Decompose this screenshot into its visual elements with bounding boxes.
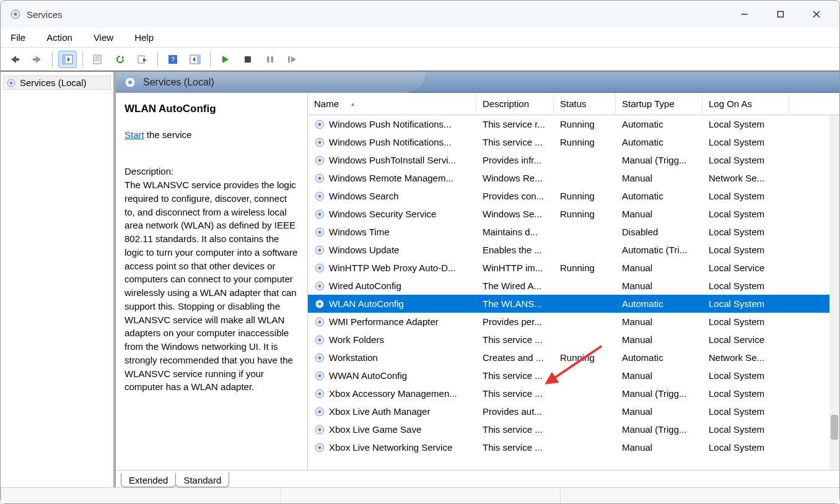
svg-point-42	[318, 176, 322, 180]
cell-name: Windows Security Service	[308, 209, 476, 220]
svg-point-72	[318, 446, 322, 449]
column-name[interactable]: Name	[308, 93, 476, 115]
cell-logon: Local Service	[702, 334, 789, 345]
cell-logon: Local System	[702, 406, 789, 417]
cell-name: Wired AutoConfig	[308, 280, 476, 292]
tree-node-services-local[interactable]: Services (Local)	[3, 76, 111, 90]
list-body[interactable]: Windows Push Notifications...This servic…	[308, 115, 839, 470]
show-hide-action-pane-button[interactable]	[186, 51, 204, 68]
start-service-button[interactable]	[216, 51, 235, 68]
menu-action[interactable]: Action	[43, 31, 76, 44]
menu-view[interactable]: View	[90, 31, 117, 44]
refresh-button[interactable]	[111, 51, 129, 68]
cell-name: Windows Push Notifications...	[308, 137, 476, 148]
pane-header: Services (Local)	[116, 72, 839, 93]
menu-file[interactable]: File	[7, 31, 29, 44]
service-row[interactable]: Xbox Live Networking ServiceThis service…	[308, 438, 839, 456]
maximize-button[interactable]	[763, 2, 798, 27]
tab-extended[interactable]: Extended	[121, 473, 176, 487]
tree-node-label: Services (Local)	[20, 77, 87, 88]
service-row[interactable]: Windows UpdateEnables the ...Automatic (…	[308, 241, 839, 259]
export-button[interactable]	[133, 51, 152, 68]
service-row[interactable]: Windows Remote Managem...Windows Re...Ma…	[308, 169, 839, 187]
cell-name: Windows Remote Managem...	[308, 173, 476, 184]
column-status[interactable]: Status	[554, 93, 616, 115]
service-row[interactable]: Wired AutoConfigThe Wired A...ManualLoca…	[308, 277, 839, 295]
cell-logon: Local System	[702, 155, 789, 165]
service-row[interactable]: WMI Performance AdapterProvides per...Ma…	[308, 313, 839, 331]
gear-icon	[314, 334, 325, 345]
console-tree[interactable]: Services (Local)	[1, 72, 116, 487]
svg-rect-29	[288, 56, 290, 63]
services-list[interactable]: Name Description Status Startup Type Log…	[308, 93, 839, 470]
svg-rect-23	[197, 55, 200, 64]
cell-startup: Manual	[616, 406, 702, 417]
cell-logon: Local System	[702, 316, 789, 327]
stop-service-button[interactable]	[238, 51, 257, 68]
cell-name: Workstation	[308, 352, 476, 363]
service-row[interactable]: WinHTTP Web Proxy Auto-D...WinHTTP im...…	[308, 259, 839, 277]
close-button[interactable]	[798, 2, 834, 27]
column-log-on-as[interactable]: Log On As	[702, 93, 789, 115]
menu-help[interactable]: Help	[131, 31, 157, 44]
cell-logon: Network Se...	[702, 352, 789, 363]
service-row[interactable]: Windows PushToInstall Servi...Provides i…	[308, 151, 839, 169]
pause-service-button[interactable]	[261, 51, 279, 68]
svg-point-36	[318, 123, 322, 126]
service-row[interactable]: WWAN AutoConfigThis service ...ManualLoc…	[308, 367, 839, 385]
svg-rect-13	[94, 55, 101, 64]
cell-description: The Wired A...	[476, 280, 554, 291]
cell-name: Work Folders	[308, 334, 476, 345]
column-description[interactable]: Description	[476, 93, 554, 115]
svg-point-68	[318, 410, 322, 413]
details-pane-container: Services (Local) WLAN AutoConfig Start t…	[116, 72, 839, 487]
properties-button[interactable]	[89, 51, 107, 68]
selected-service-name: WLAN AutoConfig	[125, 102, 299, 117]
tab-standard[interactable]: Standard	[175, 473, 229, 487]
cell-description: This service ...	[476, 334, 554, 345]
service-row[interactable]: Windows Security ServiceWindows Se...Run…	[308, 205, 839, 223]
list-header: Name Description Status Startup Type Log…	[308, 93, 839, 115]
scrollbar-thumb[interactable]	[831, 415, 838, 440]
svg-point-40	[318, 159, 322, 162]
cell-startup: Automatic	[616, 137, 702, 147]
start-service-link[interactable]: Start	[125, 129, 144, 140]
svg-point-46	[318, 212, 322, 215]
help-button[interactable]: ?	[164, 51, 182, 68]
service-row[interactable]: WorkstationCreates and ...RunningAutomat…	[308, 349, 839, 367]
svg-marker-8	[36, 56, 41, 63]
forward-button[interactable]	[28, 51, 46, 68]
svg-marker-17	[122, 56, 124, 59]
svg-point-50	[318, 248, 322, 251]
gear-icon	[314, 155, 325, 166]
svg-point-60	[318, 338, 322, 341]
cell-startup: Manual	[616, 173, 702, 183]
cell-logon: Local System	[702, 298, 789, 309]
column-startup-type[interactable]: Startup Type	[616, 93, 702, 115]
service-row[interactable]: Xbox Live Auth ManagerProvides aut...Man…	[308, 402, 839, 420]
titlebar[interactable]: Services	[1, 1, 839, 28]
cell-logon: Network Se...	[702, 173, 789, 183]
restart-service-button[interactable]	[283, 51, 302, 68]
service-row[interactable]: Windows Push Notifications...This servic…	[308, 133, 839, 151]
service-row[interactable]: Xbox Accessory Managemen...This service …	[308, 385, 839, 402]
svg-rect-11	[63, 55, 66, 64]
service-row[interactable]: Windows SearchProvides con...RunningAuto…	[308, 187, 839, 205]
cell-description: Enables the ...	[476, 245, 554, 255]
action-suffix: the service	[144, 129, 192, 140]
service-row[interactable]: Windows TimeMaintains d...DisabledLocal …	[308, 223, 839, 241]
cell-startup: Manual (Trigg...	[616, 388, 702, 399]
cell-logon: Local System	[702, 137, 789, 147]
service-row[interactable]: Work FoldersThis service ...ManualLocal …	[308, 331, 839, 349]
service-description: The WLANSVC service provides the logic r…	[125, 178, 299, 394]
service-row[interactable]: Xbox Live Game SaveThis service ...Manua…	[308, 420, 839, 438]
service-row[interactable]: WLAN AutoConfigThe WLANS...AutomaticLoca…	[308, 295, 839, 313]
cell-startup: Disabled	[616, 227, 702, 237]
back-button[interactable]	[6, 51, 24, 68]
show-hide-tree-button[interactable]	[58, 51, 77, 68]
minimize-button[interactable]	[727, 2, 763, 27]
cell-startup: Manual	[616, 370, 702, 381]
service-row[interactable]: Windows Push Notifications...This servic…	[308, 115, 839, 133]
cell-description: This service ...	[476, 424, 554, 435]
svg-rect-27	[267, 56, 269, 63]
